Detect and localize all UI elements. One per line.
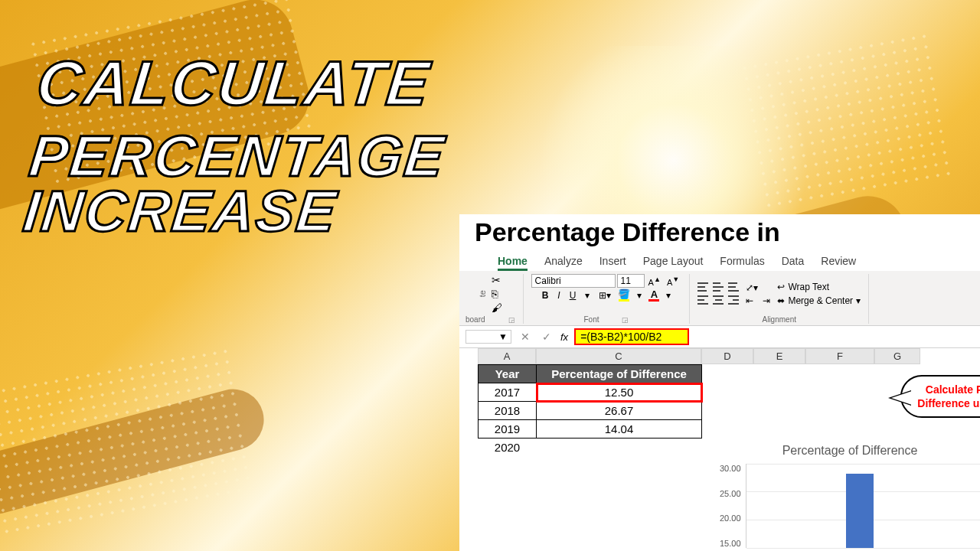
ytick-0: 30.00 (720, 464, 741, 473)
cell-value-0[interactable]: 12.50 (537, 383, 702, 402)
underline-button[interactable]: U (567, 290, 579, 301)
table-row: 2017 12.50 (479, 383, 702, 402)
table-row: 2018 26.67 (479, 402, 702, 420)
headline-line-3: INCREASE (21, 184, 442, 239)
ribbon-group-font: Calibri 11 A▲ A▼ B I U ▾ ⊞▾ 🪣 ▾ A ▾ Fon (524, 274, 691, 324)
table-header-row: Year Percentage of Difference (479, 365, 702, 383)
headline: CALCULATE PERCENTAGE INCREASE (21, 54, 456, 239)
column-headers: A C D E F G (478, 348, 980, 364)
callout-line-2: Difference using (917, 396, 980, 410)
fill-color-button[interactable]: 🪣 (618, 289, 630, 302)
copy-icon[interactable]: ⎘ (492, 288, 502, 300)
tab-page-layout[interactable]: Page Layout (643, 253, 704, 271)
tab-data[interactable]: Data (782, 253, 805, 271)
clipboard-label: board (466, 315, 485, 324)
ribbon: te ✂ ⎘ 🖌 board◲ Calibri 11 A▲ A▼ B (459, 271, 980, 326)
ytick-2: 20.00 (720, 514, 741, 523)
tab-home[interactable]: Home (498, 253, 528, 271)
align-top-icon[interactable] (697, 282, 708, 292)
font-name-select[interactable]: Calibri (531, 274, 616, 288)
excel-window: Percentage Difference in Home Analyze In… (459, 214, 980, 551)
col-header-g[interactable]: G (874, 348, 920, 364)
col-header-c[interactable]: C (536, 348, 701, 364)
increase-font-icon[interactable]: A▲ (646, 276, 663, 287)
ribbon-group-alignment: ⤢▾ ⇤ ⇥ ↩ Wrap Text (690, 274, 869, 324)
ytick-1: 25.00 (720, 489, 741, 498)
cell-year-1[interactable]: 2018 (479, 402, 537, 420)
underline-dropdown-icon[interactable]: ▾ (583, 290, 592, 301)
headline-line-2: PERCENTAGE (27, 129, 448, 184)
tab-insert[interactable]: Insert (599, 253, 626, 271)
bg-dots-3 (739, 31, 954, 214)
align-right-icon[interactable] (728, 295, 739, 305)
alignment-group-label: Alignment (763, 315, 796, 324)
formula-cancel-icon[interactable]: ✕ (518, 331, 533, 343)
wrap-text-label: Wrap Text (788, 282, 829, 292)
table-row: 2020 (479, 439, 702, 457)
bg-dots-2 (0, 345, 256, 543)
chart[interactable]: Percentage of Difference 30.00 25.00 20.… (720, 444, 980, 548)
clipboard-launcher-icon[interactable]: ◲ (508, 316, 515, 324)
header-year[interactable]: Year (479, 365, 537, 383)
cell-value-1[interactable]: 26.67 (537, 402, 702, 420)
font-size-select[interactable]: 11 (617, 274, 645, 288)
paste-button-trunc[interactable]: te (478, 290, 487, 297)
tab-analyze[interactable]: Analyze (544, 253, 583, 271)
callout-line-1: Calculate Per (917, 383, 980, 396)
col-header-a[interactable]: A (478, 348, 536, 364)
align-center-icon[interactable] (713, 295, 724, 305)
decrease-indent-icon[interactable]: ⇤ (743, 295, 756, 306)
merge-center-label: Merge & Center (788, 295, 853, 306)
format-painter-icon[interactable]: 🖌 (492, 302, 502, 314)
ribbon-tabs: Home Analyze Insert Page Layout Formulas… (459, 252, 980, 271)
col-header-f[interactable]: F (805, 348, 874, 364)
name-box[interactable]: ▼ (466, 330, 511, 344)
ribbon-group-clipboard: te ✂ ⎘ 🖌 board◲ (466, 274, 524, 324)
cell-year-0[interactable]: 2017 (479, 383, 537, 402)
col-header-d[interactable]: D (701, 348, 753, 364)
merge-center-button[interactable]: ⬌ Merge & Center ▾ (777, 295, 861, 306)
headline-line-1: CALCULATE (34, 54, 456, 113)
align-bottom-icon[interactable] (728, 282, 739, 292)
fill-color-dropdown-icon[interactable]: ▾ (635, 290, 644, 301)
wrap-text-button[interactable]: ↩ Wrap Text (777, 282, 861, 292)
tab-formulas[interactable]: Formulas (720, 253, 764, 271)
callout-bubble: Calculate Per Difference using (900, 375, 980, 418)
cell-value-2[interactable]: 14.04 (537, 420, 702, 439)
data-table: Year Percentage of Difference 2017 12.50… (478, 364, 702, 457)
merge-dropdown-icon[interactable]: ▾ (856, 295, 861, 306)
table-row: 2019 14.04 (479, 420, 702, 439)
chart-y-axis: 30.00 25.00 20.00 15.00 (720, 464, 746, 548)
formula-bar: ▼ ✕ ✓ fx =(B3-B2)*100/B2 (459, 326, 980, 348)
cell-year-2[interactable]: 2019 (479, 420, 537, 439)
excel-title: Percentage Difference in (459, 214, 980, 252)
align-middle-icon[interactable] (713, 282, 724, 292)
border-button[interactable]: ⊞▾ (596, 290, 613, 301)
header-percentage[interactable]: Percentage of Difference (537, 365, 702, 383)
font-group-label: Font (583, 315, 599, 324)
wrap-text-icon: ↩ (777, 282, 785, 292)
tab-review[interactable]: Review (821, 253, 856, 271)
chart-title: Percentage of Difference (720, 444, 980, 458)
formula-enter-icon[interactable]: ✓ (539, 331, 554, 343)
italic-button[interactable]: I (555, 290, 562, 301)
fx-icon[interactable]: fx (560, 331, 568, 343)
decrease-font-icon[interactable]: A▼ (665, 276, 681, 287)
name-box-dropdown-icon: ▼ (498, 331, 508, 342)
merge-icon: ⬌ (777, 295, 785, 306)
chart-bar-2018[interactable] (846, 474, 874, 548)
align-left-icon[interactable] (697, 295, 708, 305)
increase-indent-icon[interactable]: ⇥ (760, 295, 773, 306)
orientation-icon[interactable]: ⤢▾ (743, 282, 760, 293)
font-launcher-icon[interactable]: ◲ (622, 316, 629, 324)
col-header-e[interactable]: E (753, 348, 805, 364)
ytick-3: 15.00 (720, 539, 741, 548)
cell-value-3[interactable] (537, 439, 702, 457)
bold-button[interactable]: B (540, 290, 551, 301)
cut-icon[interactable]: ✂ (492, 274, 502, 286)
formula-input[interactable]: =(B3-B2)*100/B2 (574, 328, 689, 345)
font-color-button[interactable]: A (648, 289, 659, 302)
cell-year-3[interactable]: 2020 (479, 439, 537, 457)
font-color-dropdown-icon[interactable]: ▾ (664, 290, 673, 301)
chart-plot-area (746, 464, 980, 548)
